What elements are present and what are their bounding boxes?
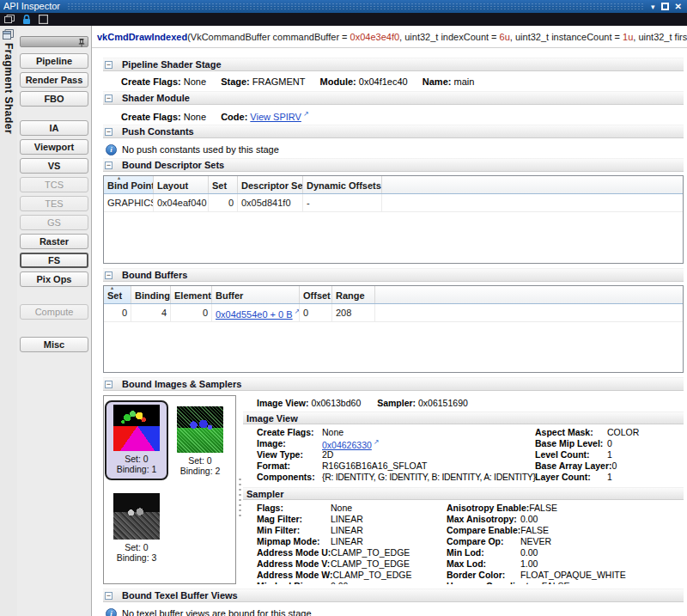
chevron-down-icon[interactable] <box>651 3 655 11</box>
external-link-icon <box>303 110 309 118</box>
table-row[interactable]: GRAPHICS 0x04eaf040 0 0x05d841f0 - <box>104 194 683 212</box>
image-view-subheader: Image View <box>243 412 684 424</box>
sidebar-item-vs[interactable]: VS <box>20 158 88 174</box>
column-header-offset[interactable]: Offset <box>300 286 332 303</box>
draw-call-signature: vkCmdDrawIndexed(VkCommandBuffer command… <box>92 26 687 48</box>
sidebar-pin-bar[interactable] <box>20 36 88 47</box>
sidebar-item-gs: GS <box>20 215 88 230</box>
content-panel: vkCmdDrawIndexed(VkCommandBuffer command… <box>92 26 687 616</box>
sidebar-item-raster[interactable]: Raster <box>20 234 88 249</box>
bound-buffers-table: Set Binding Element Buffer Offset Range … <box>103 285 684 373</box>
texel-buffer-views-info: No texel buffer views are bound for this… <box>106 607 684 616</box>
collapse-icon[interactable] <box>105 592 112 600</box>
texture-preview-image <box>113 493 160 540</box>
section-header-bound-buffers[interactable]: Bound Buffers <box>103 268 684 282</box>
sort-ascending-icon <box>118 176 120 180</box>
collapse-icon[interactable] <box>105 95 112 102</box>
splitter-handle[interactable] <box>236 395 243 584</box>
lock-icon[interactable] <box>22 15 31 25</box>
table-header-row: Set Binding Element Buffer Offset Range <box>104 286 683 304</box>
sidebar-item-compute: Compute <box>20 304 88 320</box>
sidebar-item-fs[interactable]: FS <box>20 253 88 268</box>
column-header-dynamic-offsets[interactable]: Dynamic Offsets <box>303 176 382 193</box>
column-header-descriptor-set[interactable]: Descriptor Set <box>238 176 303 193</box>
section-header-push-constants[interactable]: Push Constants <box>103 125 684 138</box>
function-name: vkCmdDrawIndexed <box>97 32 187 42</box>
sort-ascending-icon <box>111 286 113 290</box>
section-header-bound-texel-buffer-views[interactable]: Bound Texel Buffer Views <box>103 589 684 602</box>
sidebar-item-pipeline[interactable]: Pipeline <box>20 53 88 69</box>
column-header-binding[interactable]: Binding <box>131 286 171 303</box>
image-view-properties: Create Flags:None Image:0x04626330 View … <box>243 424 684 485</box>
texture-thumbnail-binding3[interactable]: Set: 0 Binding: 3 <box>105 487 168 567</box>
sidebar-item-fbo[interactable]: FBO <box>20 91 88 107</box>
table-header-row: Bind Point Layout Set Descriptor Set Dyn… <box>104 176 683 194</box>
pipeline-stage-sidebar: Pipeline Render Pass FBO IA Viewport VS … <box>17 26 91 616</box>
sidebar-item-render-pass[interactable]: Render Pass <box>20 72 88 88</box>
images-samplers-region: Set: 0 Binding: 1 Set: 0 Binding: 2 <box>103 395 684 584</box>
titlebar-texture <box>67 3 644 10</box>
cascade-windows-icon[interactable] <box>4 15 15 24</box>
shader-module-row: Create Flags: None Code: View SPIRV <box>121 110 684 121</box>
image-sampler-details: Image View: 0x0613bd60 Sampler: 0x061516… <box>243 395 684 584</box>
external-link-icon <box>374 438 380 446</box>
image-link[interactable]: 0x04626330 <box>322 440 372 450</box>
stage-tab-strip: Fragment Shader <box>0 26 17 616</box>
sidebar-item-tcs: TCS <box>20 177 88 192</box>
sidebar-item-pix-ops[interactable]: Pix Ops <box>20 271 88 287</box>
collapse-icon[interactable] <box>105 128 112 136</box>
section-header-pipeline-shader-stage[interactable]: Pipeline Shader Stage <box>103 58 684 71</box>
sampler-properties: Flags:None Mag Filter:LINEAR Min Filter:… <box>243 500 684 584</box>
column-header-range[interactable]: Range <box>332 286 375 303</box>
sidebar-item-tes: TES <box>20 196 88 211</box>
collapse-icon[interactable] <box>105 162 112 169</box>
view-spirv-link[interactable]: View SPIRV <box>250 112 301 122</box>
texture-thumbnail-binding1[interactable]: Set: 0 Binding: 1 <box>105 400 168 480</box>
collapse-icon[interactable] <box>105 381 112 388</box>
pipeline-shader-stage-row: Create Flags: None Stage: FRAGMENT Modul… <box>121 76 684 88</box>
sidebar-item-viewport[interactable]: Viewport <box>20 139 88 155</box>
toolbar <box>0 13 687 26</box>
info-icon <box>106 144 117 156</box>
float-window-icon[interactable] <box>661 3 669 10</box>
stage-tab-label[interactable]: Fragment Shader <box>3 43 15 134</box>
buffer-link[interactable]: 0x04d554e0 + 0 B <box>216 309 293 320</box>
column-header-layout[interactable]: Layout <box>154 176 209 193</box>
collapse-icon[interactable] <box>105 61 112 69</box>
image-view-sampler-ids: Image View: 0x0613bd60 Sampler: 0x061516… <box>243 395 684 409</box>
table-row[interactable]: 0 4 0 0x04d554e0 + 0 B 0 208 <box>104 304 683 322</box>
section-header-shader-module[interactable]: Shader Module <box>103 91 684 105</box>
titlebar[interactable]: API Inspector <box>0 0 687 13</box>
sidebar-item-ia[interactable]: IA <box>20 120 88 136</box>
info-icon <box>106 608 117 616</box>
push-constants-info: No push constants used by this stage <box>106 143 684 156</box>
section-header-bound-images-samplers[interactable]: Bound Images & Samplers <box>103 377 684 391</box>
texture-thumbnail-binding2[interactable]: Set: 0 Binding: 2 <box>168 400 232 480</box>
column-header-bind-point[interactable]: Bind Point <box>104 176 154 193</box>
close-icon[interactable] <box>675 3 682 11</box>
column-header-element[interactable]: Element <box>171 286 212 303</box>
column-header-set[interactable]: Set <box>104 286 131 303</box>
inspector-scroll-area: Pipeline Shader Stage Create Flags: None… <box>92 49 687 616</box>
api-inspector-window: API Inspector Fragment Shader <box>0 0 687 616</box>
texture-thumbnail-list: Set: 0 Binding: 1 Set: 0 Binding: 2 <box>103 395 236 584</box>
texture-preview-image <box>177 406 223 453</box>
section-header-bound-descriptor-sets[interactable]: Bound Descriptor Sets <box>103 158 684 172</box>
window-title: API Inspector <box>0 0 60 13</box>
maximize-box-icon[interactable] <box>39 15 48 24</box>
column-header-set[interactable]: Set <box>209 176 238 193</box>
sampler-subheader: Sampler <box>243 487 684 500</box>
sidebar-item-misc[interactable]: Misc <box>20 337 88 352</box>
collapse-icon[interactable] <box>105 271 112 279</box>
panel-layout-icon <box>3 28 14 44</box>
column-header-buffer[interactable]: Buffer <box>212 286 300 303</box>
texture-preview-image <box>113 405 160 451</box>
descriptor-sets-table: Bind Point Layout Set Descriptor Set Dyn… <box>103 175 684 264</box>
pushpin-icon <box>77 38 86 47</box>
